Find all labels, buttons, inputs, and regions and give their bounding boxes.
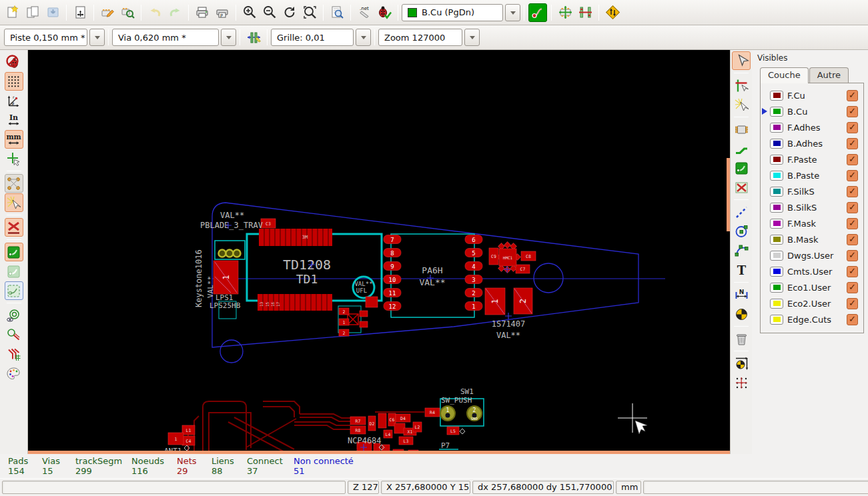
- track-width-arrow[interactable]: [89, 29, 105, 46]
- footprint-viewer-button[interactable]: [118, 3, 137, 22]
- layer-visibility-checkbox[interactable]: ✓: [847, 106, 858, 117]
- horizontal-scrollbar[interactable]: [28, 451, 730, 454]
- add-graphic-arc-button[interactable]: [732, 241, 751, 260]
- pcb-canvas[interactable]: C3R7R8D2C6D4X1L2L3L4R4L5L1C41C9C8C7HMC12…: [28, 50, 730, 454]
- highlight-net-button[interactable]: [732, 76, 751, 95]
- tracks-sketch-button[interactable]: [5, 325, 23, 344]
- layer-color-swatch[interactable]: [770, 235, 783, 245]
- layer-visibility-checkbox[interactable]: ✓: [847, 314, 858, 325]
- layer-color-swatch[interactable]: [770, 251, 783, 261]
- layer-color-swatch[interactable]: [770, 299, 783, 309]
- tab-couche[interactable]: Couche: [760, 67, 809, 83]
- vertical-scrollbar[interactable]: [727, 158, 730, 231]
- auto-delete-tracks-button[interactable]: [5, 218, 23, 237]
- layer-row-dwgs-user[interactable]: Dwgs.User✓: [761, 247, 863, 263]
- add-text-button[interactable]: T: [732, 261, 751, 279]
- layer-visibility-checkbox[interactable]: ✓: [847, 90, 858, 101]
- add-graphic-circle-button[interactable]: [732, 222, 751, 241]
- zoom-fit-button[interactable]: [300, 3, 319, 22]
- plot-button[interactable]: P: [213, 3, 232, 22]
- grid-select[interactable]: Grille: 0,01: [271, 29, 354, 46]
- footprint-editor-button[interactable]: [98, 3, 117, 22]
- layer-color-swatch[interactable]: [770, 123, 783, 133]
- add-footprint-button[interactable]: [732, 120, 751, 139]
- zoom-select-arrow[interactable]: [464, 29, 480, 46]
- layer-color-swatch[interactable]: [770, 219, 783, 229]
- add-track-button[interactable]: [732, 139, 751, 158]
- layer-color-swatch[interactable]: [770, 139, 783, 149]
- units-inches-button[interactable]: In: [5, 111, 23, 129]
- high-contrast-button[interactable]: [5, 345, 23, 363]
- new-board-button[interactable]: [3, 3, 22, 22]
- add-graphic-line-button[interactable]: [732, 203, 751, 221]
- select-tool-button[interactable]: [732, 51, 751, 70]
- delete-items-button[interactable]: [732, 329, 751, 348]
- layer-visibility-checkbox[interactable]: ✓: [847, 154, 858, 165]
- layer-color-swatch[interactable]: [770, 187, 783, 197]
- autoroute-mode-button[interactable]: [576, 3, 594, 22]
- layer-row-f-mask[interactable]: F.Mask✓: [761, 215, 863, 231]
- read-netlist-button[interactable]: .net: [355, 3, 374, 22]
- drill-origin-button[interactable]: [732, 354, 751, 373]
- layer-color-swatch[interactable]: [770, 107, 783, 117]
- drc-check-button[interactable]: [375, 3, 394, 22]
- open-board-button[interactable]: [23, 3, 42, 22]
- tab-autre[interactable]: Autre: [809, 67, 849, 83]
- polar-coords-button[interactable]: φr: [5, 91, 23, 110]
- toggle-drc-off-button[interactable]: [5, 53, 23, 71]
- module-ratsnest-button[interactable]: [5, 193, 23, 212]
- via-size-arrow[interactable]: [221, 29, 236, 46]
- layer-color-swatch[interactable]: [770, 155, 783, 165]
- units-mm-button[interactable]: mm: [5, 130, 23, 149]
- layer-row-f-cu[interactable]: F.Cu✓: [761, 87, 863, 103]
- layer-row-b-silks[interactable]: B.SilkS✓: [761, 199, 863, 215]
- auto-track-width-button[interactable]: [244, 28, 263, 47]
- add-keepout-button[interactable]: [732, 178, 751, 197]
- layer-visibility-checkbox[interactable]: ✓: [847, 202, 858, 213]
- track-width-select[interactable]: Piste 0,150 mm *: [4, 29, 87, 46]
- show-ratsnest-button[interactable]: [5, 174, 23, 193]
- layer-row-b-adhes[interactable]: B.Adhes✓: [761, 135, 863, 151]
- page-settings-button[interactable]: [71, 3, 89, 22]
- grid-origin-button[interactable]: [732, 373, 751, 392]
- redo-button[interactable]: [165, 3, 184, 22]
- layer-color-swatch[interactable]: [770, 91, 783, 101]
- layer-visibility-checkbox[interactable]: ✓: [847, 138, 858, 149]
- layer-color-swatch[interactable]: [770, 315, 783, 325]
- local-ratsnest-button[interactable]: [732, 95, 751, 114]
- layer-row-b-cu[interactable]: B.Cu✓: [761, 103, 863, 119]
- layer-visibility-checkbox[interactable]: ✓: [847, 234, 858, 245]
- layer-color-swatch[interactable]: [770, 203, 783, 213]
- layer-row-eco1-user[interactable]: Eco1.User✓: [761, 279, 863, 295]
- layer-row-f-paste[interactable]: F.Paste✓: [761, 151, 863, 167]
- layer-visibility-checkbox[interactable]: ✓: [847, 266, 858, 277]
- contrast-palette-button[interactable]: [5, 364, 23, 383]
- add-dimension-button[interactable]: N: [732, 285, 751, 304]
- cursor-shape-button[interactable]: [5, 149, 23, 168]
- zoom-in-button[interactable]: [240, 3, 259, 22]
- layer-row-f-silks[interactable]: F.SilkS✓: [761, 183, 863, 199]
- layer-visibility-checkbox[interactable]: ✓: [847, 218, 858, 229]
- layer-visibility-checkbox[interactable]: ✓: [847, 282, 858, 293]
- layer-color-swatch[interactable]: [770, 283, 783, 293]
- via-size-select[interactable]: Via 0,620 mm *: [112, 29, 219, 46]
- add-target-button[interactable]: [732, 305, 751, 323]
- zoom-select[interactable]: Zoom 127000: [378, 29, 462, 46]
- zones-filled-button[interactable]: [5, 243, 23, 261]
- layer-color-swatch[interactable]: [770, 267, 783, 277]
- find-button[interactable]: [328, 3, 346, 22]
- freeroute-button[interactable]: [603, 3, 622, 22]
- vias-sketch-button[interactable]: [5, 306, 23, 325]
- layer-row-f-adhes[interactable]: F.Adhes✓: [761, 119, 863, 135]
- layer-row-b-mask[interactable]: B.Mask✓: [761, 231, 863, 247]
- layer-selector[interactable]: B.Cu (PgDn): [402, 4, 503, 21]
- layer-visibility-checkbox[interactable]: ✓: [847, 250, 858, 261]
- layer-row-cmts-user[interactable]: Cmts.User✓: [761, 263, 863, 279]
- layer-row-edge-cuts[interactable]: Edge.Cuts✓: [761, 311, 863, 327]
- toggle-grid-button[interactable]: [5, 72, 23, 91]
- layer-visibility-checkbox[interactable]: ✓: [847, 122, 858, 133]
- redraw-view-button[interactable]: [280, 3, 299, 22]
- zones-hidden-button[interactable]: [5, 262, 23, 281]
- zoom-out-button[interactable]: [260, 3, 279, 22]
- layer-selector-arrow[interactable]: [505, 4, 520, 21]
